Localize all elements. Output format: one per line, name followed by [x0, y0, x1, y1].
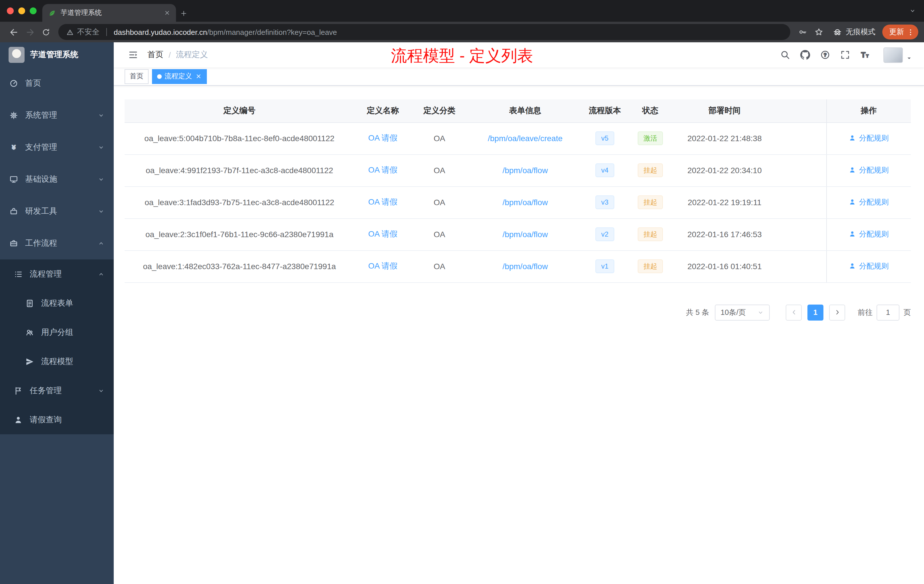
sidebar-logo[interactable]: 芋道管理系统 [0, 42, 114, 68]
window-minimize-button[interactable] [18, 7, 25, 14]
tag-close-icon[interactable] [195, 73, 202, 79]
definition-id: oa_leave:2:3c1f0ef1-76b1-11ec-9c66-a2380… [125, 218, 354, 250]
breadcrumb-current: 流程定义 [176, 50, 208, 60]
version-tag: v3 [596, 195, 614, 209]
definition-name-link[interactable]: OA 请假 [368, 229, 398, 238]
assign-rule-link[interactable]: 分配规则 [849, 197, 889, 208]
definition-table: 定义编号 定义名称 定义分类 表单信息 流程版本 状态 部署时间 操作 [125, 99, 911, 282]
status-tag: 挂起 [638, 259, 663, 273]
breadcrumb-home[interactable]: 首页 [147, 50, 163, 60]
forward-button[interactable] [22, 24, 38, 40]
sidebar-item-process-mgmt[interactable]: 流程管理 [0, 259, 114, 289]
kebab-menu-icon[interactable] [906, 28, 915, 36]
tag-process-definition[interactable]: 流程定义 [152, 69, 207, 84]
col-deploy-time: 部署时间 [674, 99, 776, 122]
back-icon [9, 27, 18, 37]
tag-home[interactable]: 首页 [125, 69, 148, 84]
sidebar-item-dev-tools[interactable]: 研发工具 [0, 195, 114, 228]
definition-id: oa_leave:5:004b710b-7b8a-11ec-8ef0-acde4… [125, 122, 354, 154]
font-size-icon[interactable] [860, 50, 870, 60]
tab-close-icon[interactable] [164, 10, 170, 16]
assign-rule-link[interactable]: 分配规则 [849, 133, 889, 144]
sidebar-item-task-mgmt[interactable]: 任务管理 [0, 376, 114, 405]
reload-button[interactable] [38, 24, 54, 40]
new-tab-button[interactable] [176, 5, 191, 22]
sidebar-item-process-model[interactable]: 流程模型 [0, 347, 114, 376]
browser-tab[interactable]: 芋道管理系统 [42, 4, 176, 22]
goto-unit-label: 页 [903, 307, 911, 317]
incognito-icon [833, 27, 842, 37]
assign-rule-link[interactable]: 分配规则 [849, 229, 889, 239]
sidebar-item-label: 支付管理 [25, 142, 57, 153]
col-status: 状态 [627, 99, 674, 122]
user-menu[interactable] [883, 47, 912, 63]
chevron-down-icon [98, 176, 105, 183]
form-info-link[interactable]: /bpm/oa/leave/create [488, 134, 563, 143]
assign-rule-link[interactable]: 分配规则 [849, 165, 889, 175]
sidebar-item-label: 工作流程 [25, 238, 57, 249]
send-icon [25, 357, 34, 366]
sidebar-toggle-icon[interactable] [128, 50, 138, 60]
site-favicon [48, 9, 56, 17]
page-number-1[interactable]: 1 [807, 304, 823, 320]
security-label[interactable]: 不安全 [77, 27, 99, 37]
search-icon[interactable] [780, 50, 790, 60]
sidebar-item-user-group[interactable]: 用户分组 [0, 318, 114, 347]
help-icon[interactable] [820, 50, 830, 60]
definition-name-link[interactable]: OA 请假 [368, 133, 398, 142]
tab-search-button[interactable] [909, 7, 916, 14]
form-info-link[interactable]: /bpm/oa/flow [503, 230, 548, 239]
definition-category: OA [411, 122, 467, 154]
prev-page-button[interactable] [786, 304, 802, 320]
assign-rule-label: 分配规则 [859, 229, 889, 239]
form-info-link[interactable]: /bpm/oa/flow [503, 262, 548, 271]
definition-category: OA [411, 218, 467, 250]
app-title: 芋道管理系统 [30, 50, 78, 60]
chevron-down-icon [909, 7, 916, 14]
sidebar-item-system-mgmt[interactable]: 系统管理 [0, 99, 114, 132]
definition-id: oa_leave:3:1fad3d93-7b75-11ec-a3c8-acde4… [125, 186, 354, 218]
fullscreen-icon[interactable] [840, 50, 850, 60]
table-row: oa_leave:3:1fad3d93-7b75-11ec-a3c8-acde4… [125, 186, 911, 218]
dashboard-icon [9, 79, 18, 88]
sidebar-item-leave-query[interactable]: 请假查询 [0, 405, 114, 434]
definition-name-link[interactable]: OA 请假 [368, 165, 398, 174]
sidebar-item-payment-mgmt[interactable]: 支付管理 [0, 132, 114, 163]
next-page-button[interactable] [829, 304, 845, 320]
definition-name-link[interactable]: OA 请假 [368, 261, 398, 270]
page-size-select[interactable]: 10条/页 [715, 304, 770, 320]
sidebar-item-label: 流程管理 [30, 269, 62, 279]
sidebar-item-label: 系统管理 [25, 110, 57, 120]
url-text: dashboard.yudao.iocoder.cn/bpm/manager/d… [114, 28, 337, 36]
key-icon [798, 27, 807, 36]
address-bar[interactable]: 不安全 dashboard.yudao.iocoder.cn/bpm/manag… [58, 24, 790, 40]
avatar[interactable] [883, 47, 903, 63]
window-zoom-button[interactable] [30, 7, 36, 14]
form-info-link[interactable]: /bpm/oa/flow [503, 198, 548, 207]
document-icon [25, 299, 34, 308]
goto-page-input[interactable] [876, 304, 899, 320]
chrome-update-button[interactable]: 更新 [882, 25, 918, 40]
col-definition-id: 定义编号 [125, 99, 354, 122]
assign-rule-link[interactable]: 分配规则 [849, 261, 889, 271]
sidebar-item-home[interactable]: 首页 [0, 68, 114, 99]
sidebar-item-label: 用户分组 [41, 327, 73, 337]
sidebar-item-workflow[interactable]: 工作流程 [0, 228, 114, 259]
definition-name-link[interactable]: OA 请假 [368, 197, 398, 206]
row-spacer [776, 218, 826, 250]
navbar-actions [780, 47, 912, 63]
sidebar-item-process-form[interactable]: 流程表单 [0, 289, 114, 318]
bookmark-button[interactable] [811, 24, 827, 40]
sidebar-item-label: 研发工具 [25, 206, 57, 216]
back-button[interactable] [6, 24, 22, 40]
github-icon[interactable] [800, 50, 810, 60]
sidebar-item-infrastructure[interactable]: 基础设施 [0, 163, 114, 195]
form-info-link[interactable]: /bpm/oa/flow [503, 166, 548, 175]
yen-icon [9, 143, 18, 152]
password-manager-button[interactable] [795, 24, 811, 40]
window-close-button[interactable] [7, 7, 14, 14]
monitor-icon [9, 175, 18, 184]
row-spacer [776, 250, 826, 282]
column-spacer [776, 99, 826, 122]
warning-icon [66, 28, 74, 36]
